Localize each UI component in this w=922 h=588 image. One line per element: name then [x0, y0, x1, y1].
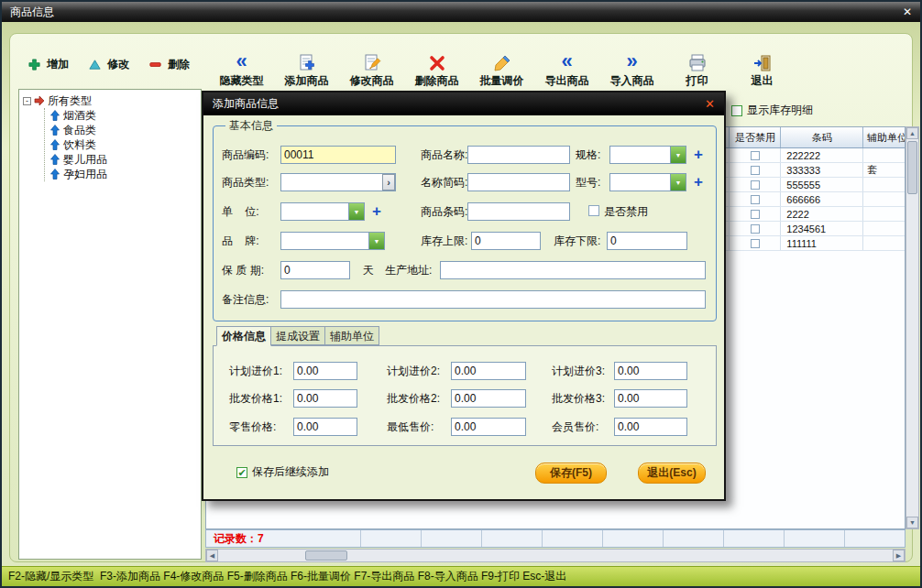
show-stock-detail: 显示库存明细: [731, 103, 813, 118]
tree-item[interactable]: 婴儿用品: [45, 152, 199, 167]
short-code-input[interactable]: [467, 173, 570, 191]
model-combobox[interactable]: ▼: [609, 173, 686, 191]
scroll-up-icon[interactable]: ▲: [906, 127, 918, 139]
header-aux-unit[interactable]: 辅助单位: [862, 127, 905, 147]
price-field-input[interactable]: 0.00: [614, 362, 687, 380]
horizontal-scroll-thumb[interactable]: [305, 550, 347, 561]
row-disabled-checkbox[interactable]: [751, 166, 760, 175]
remark-label: 备注信息:: [222, 290, 269, 309]
row-disabled-checkbox[interactable]: [751, 151, 760, 160]
modify-product-button[interactable]: 修改商品: [339, 41, 404, 87]
hide-type-button[interactable]: « 隐藏类型: [209, 41, 274, 87]
row-disabled-checkbox[interactable]: [751, 239, 760, 248]
delete-product-button[interactable]: 删除商品: [404, 41, 469, 87]
header-barcode[interactable]: 条码: [780, 127, 862, 147]
table-cell-barcode: 222222: [780, 148, 862, 162]
batch-price-button[interactable]: 批量调价: [469, 41, 534, 87]
price-field-input[interactable]: 0.00: [293, 389, 357, 408]
dialog-close-button[interactable]: ✕: [705, 97, 715, 111]
spec-dropdown-arrow-icon[interactable]: ▼: [670, 147, 686, 163]
tab-commission-settings[interactable]: 提成设置: [270, 326, 325, 345]
row-disabled-checkbox[interactable]: [751, 224, 760, 234]
remark-input[interactable]: [280, 290, 706, 309]
header-disabled[interactable]: 是否禁用: [729, 127, 780, 147]
shelf-life-unit: 天: [363, 261, 374, 279]
type-browse-button[interactable]: ›: [382, 174, 395, 191]
scroll-right-icon[interactable]: ▶: [893, 550, 905, 561]
price-field-input[interactable]: 0.00: [293, 418, 357, 436]
continue-label: 保存后继续添加: [252, 464, 329, 480]
add-spec-button[interactable]: +: [691, 146, 706, 164]
price-field-label: 计划进价2:: [387, 362, 440, 380]
vertical-scrollbar[interactable]: ▲ ▼: [906, 126, 919, 529]
print-button[interactable]: 打印: [664, 41, 730, 87]
tab-price-info[interactable]: 价格信息: [216, 326, 271, 346]
category-up-arrow-icon: [50, 110, 60, 121]
scroll-down-icon[interactable]: ▼: [906, 517, 918, 528]
price-field-input[interactable]: 0.00: [451, 362, 526, 380]
vertical-scroll-thumb[interactable]: [907, 141, 917, 194]
price-field-label: 计划进价1:: [229, 362, 282, 380]
add-model-button[interactable]: +: [691, 173, 706, 191]
price-field-input[interactable]: 0.00: [614, 418, 687, 436]
category-up-arrow-icon: [50, 139, 60, 150]
table-cell-barcode: 666666: [780, 192, 862, 206]
tree-item[interactable]: 饮料类: [45, 137, 199, 152]
row-disabled-checkbox[interactable]: [751, 180, 760, 190]
price-field-input[interactable]: 0.00: [451, 389, 526, 408]
product-name-input[interactable]: [467, 146, 570, 164]
row-disabled-checkbox[interactable]: [751, 195, 760, 204]
export-product-button[interactable]: « 导出商品: [534, 41, 599, 87]
tree-item[interactable]: 烟酒类: [45, 108, 199, 123]
continue-checkbox[interactable]: ✔: [236, 467, 247, 478]
import-product-button[interactable]: » 导入商品: [599, 41, 664, 87]
tab-aux-units[interactable]: 辅助单位: [324, 326, 379, 345]
product-type-input[interactable]: [280, 173, 396, 191]
delete-button[interactable]: 删除: [148, 57, 202, 72]
tree-item[interactable]: 孕妇用品: [45, 167, 199, 181]
unit-combobox[interactable]: ▼: [280, 202, 365, 221]
toolbar: 增加 修改 删除 « 隐藏类型: [27, 40, 795, 88]
tree-root-label: 所有类型: [48, 93, 92, 109]
add-product-label: 添加商品: [285, 75, 329, 87]
tree-root-item[interactable]: - 所有类型: [21, 93, 199, 108]
brand-dropdown-arrow-icon[interactable]: ▼: [368, 233, 384, 249]
exit-button[interactable]: 退出: [730, 41, 795, 87]
unit-dropdown-arrow-icon[interactable]: ▼: [348, 203, 364, 220]
price-field-input[interactable]: 0.00: [451, 418, 526, 436]
price-field-input[interactable]: 0.00: [293, 362, 357, 380]
brand-combobox[interactable]: ▼: [280, 232, 385, 250]
add-button-label: 增加: [47, 57, 69, 72]
tree-item[interactable]: 食品类: [45, 123, 199, 137]
product-barcode-input[interactable]: [467, 202, 570, 221]
disable-checkbox[interactable]: [588, 205, 599, 216]
table-cell-aux-unit: [862, 178, 905, 191]
add-button[interactable]: 增加: [27, 57, 81, 72]
scroll-left-icon[interactable]: ◀: [206, 550, 218, 561]
show-stock-detail-checkbox[interactable]: [731, 105, 742, 116]
horizontal-scrollbar[interactable]: ◀ ▶: [205, 549, 906, 562]
category-up-arrow-icon: [50, 154, 60, 165]
stock-upper-input[interactable]: 0: [471, 232, 541, 250]
save-button[interactable]: 保存(F5): [535, 463, 607, 484]
basic-info-group-title: 基本信息: [225, 118, 277, 134]
production-address-input[interactable]: [440, 261, 706, 279]
spec-combobox[interactable]: ▼: [609, 146, 686, 164]
unit-label: 单 位:: [222, 202, 259, 221]
model-dropdown-arrow-icon[interactable]: ▼: [670, 174, 686, 191]
summary-cell: [421, 530, 481, 547]
modify-button[interactable]: 修改: [88, 57, 141, 72]
tree-collapse-icon[interactable]: -: [23, 97, 31, 105]
shelf-life-input[interactable]: 0: [280, 261, 350, 279]
dialog-exit-button[interactable]: 退出(Esc): [638, 463, 706, 484]
row-disabled-checkbox[interactable]: [751, 210, 760, 219]
price-field-input[interactable]: 0.00: [614, 389, 687, 408]
window-close-button[interactable]: ✕: [903, 5, 912, 18]
add-unit-button[interactable]: +: [369, 202, 384, 221]
table-cell-barcode: 333333: [780, 163, 862, 177]
stock-lower-input[interactable]: 0: [607, 232, 687, 250]
product-code-input[interactable]: 00011: [280, 146, 396, 164]
record-count-value: 7: [258, 532, 264, 545]
price-field-label: 计划进价3:: [552, 362, 605, 380]
add-product-button[interactable]: 添加商品: [274, 41, 339, 87]
